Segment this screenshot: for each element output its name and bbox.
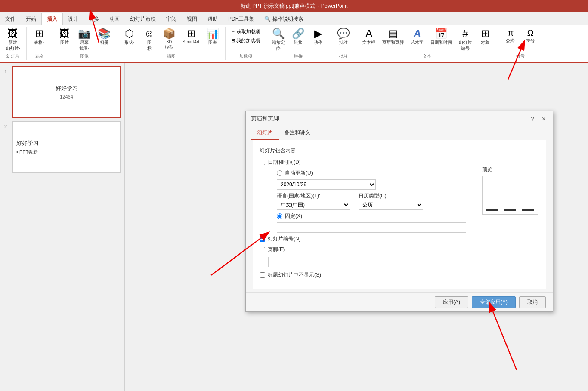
smartart-icon: ⊞: [187, 28, 195, 39]
shapes-button[interactable]: ⬡ 形状·: [121, 28, 139, 46]
formula-button[interactable]: π 公式·: [501, 28, 520, 45]
wordart-button[interactable]: A 艺术字: [408, 28, 426, 46]
object-button[interactable]: ⊞ 对象: [476, 28, 494, 46]
tab-slideshow[interactable]: 幻灯片放映: [125, 13, 161, 25]
preview-label: 预览: [482, 166, 542, 173]
ribbon-group-shapes: ⬡ 形状· ☺ 图标 📦 3D模型 ⊞ SmartArt 📊 图表 插图: [117, 27, 226, 60]
album-button[interactable]: 📚 相册: [95, 28, 113, 46]
dialog-help-button[interactable]: ?: [529, 115, 536, 123]
table-icon: ⊞: [35, 28, 43, 39]
comment-icon: 💬: [337, 28, 350, 39]
shapes-icon: ⬡: [125, 28, 134, 39]
zoom-icon: 🔍: [272, 28, 285, 39]
no-title-checkbox[interactable]: [260, 272, 265, 278]
cancel-button[interactable]: 取消: [519, 296, 546, 308]
dialog-tabs: 幻灯片 备注和讲义: [246, 126, 553, 140]
link-button[interactable]: 🔗 链接: [289, 28, 307, 46]
my-addins-button[interactable]: ⊞ 我的加载项: [229, 37, 262, 45]
ribbon-group-items-addins: ＋ 获取加载项 ⊞ 我的加载项: [229, 28, 262, 52]
dialog-title-bar: 页眉和页脚 ? ×: [246, 111, 553, 126]
tab-review[interactable]: 审阅: [161, 13, 182, 25]
comment-button[interactable]: 💬 批注: [334, 28, 353, 46]
lang-label: 语言(国家/地区)(L):: [277, 192, 350, 200]
footer-label: 页脚(F): [268, 246, 285, 253]
chart-button[interactable]: 📊 图表: [204, 28, 222, 46]
slide-title-2: 好好学习: [16, 139, 117, 147]
slide-panel: 1 好好学习 12464 2 好好学习 • PPT数新: [0, 63, 125, 391]
ribbon-tabs: 文件 开始 插入 设计 切换 动画 幻灯片放映 审阅 视图 帮助 PDF工具集 …: [0, 12, 588, 25]
symbol-button[interactable]: Ω 符号: [521, 28, 539, 45]
date-select[interactable]: 2020/10/29: [277, 179, 376, 190]
preview-footer: [484, 209, 536, 211]
textbox-button[interactable]: A 文本框: [360, 28, 378, 46]
auto-update-radio[interactable]: [277, 170, 282, 176]
dialog-tab-notes[interactable]: 备注和讲义: [279, 126, 316, 140]
tab-design[interactable]: 设计: [63, 13, 84, 25]
fixed-input-row: [277, 222, 539, 233]
fixed-input[interactable]: [277, 222, 466, 233]
new-slide-icon: 🖼: [8, 28, 18, 39]
footer-input-row: [268, 257, 539, 267]
action-button[interactable]: ▶ 动作: [309, 28, 327, 46]
tab-animation[interactable]: 动画: [104, 13, 125, 25]
icons-button[interactable]: ☺ 图标: [140, 28, 158, 52]
screenshot-icon: 📷: [78, 28, 91, 39]
header-footer-icon: ▤: [388, 28, 398, 39]
symbol-icon: Ω: [527, 28, 534, 37]
slide-number-checkbox[interactable]: [260, 236, 265, 242]
wordart-icon: A: [414, 28, 421, 39]
slide-number-icon: #: [463, 28, 468, 39]
no-title-row: 标题幻灯片中不显示(S): [260, 271, 539, 279]
link-icon: 🔗: [292, 28, 305, 39]
tab-view[interactable]: 视图: [182, 13, 202, 25]
slide-thumb-1[interactable]: 1 好好学习 12464: [12, 66, 121, 118]
smartart-button[interactable]: ⊞ SmartArt: [180, 28, 202, 45]
slide-thumb-2[interactable]: 2 好好学习 • PPT数新: [12, 121, 121, 173]
3d-button[interactable]: 📦 3D模型: [160, 28, 178, 51]
ribbon-group-label-slides: 幻灯片: [6, 52, 19, 59]
datetime-button[interactable]: 📅 日期和时间: [428, 28, 455, 46]
slide-num-row: 幻灯片编号(N): [260, 235, 539, 243]
get-addins-button[interactable]: ＋ 获取加载项: [229, 28, 262, 36]
ribbon-group-links: 🔍 缩放定位· 🔗 链接 ▶ 动作 链接: [266, 27, 331, 60]
footer-row: 页脚(F): [260, 246, 539, 253]
apply-button[interactable]: 应用(A): [435, 296, 468, 308]
datetime-icon: 📅: [435, 28, 448, 39]
ribbon-group-label-text: 文本: [423, 52, 431, 59]
ribbon-group-table: ⊞ 表格· 表格: [27, 27, 52, 60]
date-checkbox[interactable]: [260, 160, 265, 165]
tab-home[interactable]: 开始: [21, 13, 41, 25]
ribbon-group-label-symbols: 符号: [516, 52, 525, 59]
fixed-radio[interactable]: [277, 213, 282, 219]
zoom-button[interactable]: 🔍 缩放定位·: [269, 28, 288, 52]
slide-content-1: 好好学习 12464: [16, 71, 117, 114]
dialog-close-button[interactable]: ×: [540, 115, 548, 123]
date-checkbox-row: 日期和时间(D): [260, 159, 539, 166]
calendar-select[interactable]: 公历: [359, 200, 423, 210]
dialog-tab-slides[interactable]: 幻灯片: [251, 126, 279, 140]
auto-update-label: 自动更新(U): [285, 169, 313, 177]
tab-search[interactable]: 🔍 操作说明搜索: [259, 13, 309, 25]
lang-select[interactable]: 中文(中国): [277, 200, 350, 210]
title-bar: 新建 PPT 演示文稿.ppt[兼容模式] - PowerPoint: [0, 0, 588, 12]
table-button[interactable]: ⊞ 表格·: [30, 28, 48, 46]
image-button[interactable]: 🖼 图片: [56, 28, 74, 46]
slide-number-button[interactable]: # 幻灯片编号: [456, 28, 474, 52]
lang-group: 语言(国家/地区)(L): 中文(中国): [277, 192, 350, 210]
ribbon-group-image: 🖼 图片 📷 屏幕截图· 📚 相册 图像: [52, 27, 117, 60]
screenshot-button[interactable]: 📷 屏幕截图·: [75, 28, 93, 52]
new-slide-button[interactable]: 🖼 新建幻灯片·: [3, 28, 23, 52]
ribbon-group-symbols: π 公式· Ω 符号 符号: [498, 27, 543, 60]
tab-transition[interactable]: 切换: [84, 13, 104, 25]
tab-file[interactable]: 文件: [0, 13, 21, 25]
footer-checkbox[interactable]: [260, 247, 265, 252]
tab-pdf[interactable]: PDF工具集: [223, 13, 259, 25]
header-footer-button[interactable]: ▤ 页眉和页脚: [380, 28, 406, 46]
tab-help[interactable]: 帮助: [202, 13, 223, 25]
tab-insert[interactable]: 插入: [41, 13, 63, 25]
apply-all-button[interactable]: 全部应用(Y): [472, 296, 516, 308]
footer-input[interactable]: [268, 257, 466, 267]
slide-title-1: 好好学习: [56, 85, 78, 92]
slide-num-2: 2: [4, 124, 7, 129]
no-title-label: 标题幻灯片中不显示(S): [268, 271, 321, 279]
